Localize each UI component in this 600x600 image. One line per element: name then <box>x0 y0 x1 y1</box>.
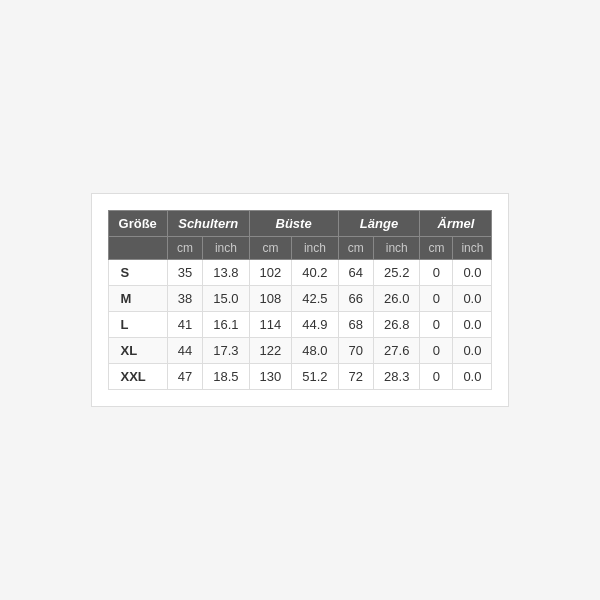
header-row-group: Größe Schultern Büste Länge Ärmel <box>108 211 492 237</box>
size-chart-table: Größe Schultern Büste Länge Ärmel cm inc… <box>108 210 493 390</box>
data-cell: 0.0 <box>453 312 492 338</box>
header-armel-inch: inch <box>453 237 492 260</box>
header-buste-cm: cm <box>249 237 292 260</box>
table-row: XL4417.312248.07027.600.0 <box>108 338 492 364</box>
header-grosse: Größe <box>108 211 167 237</box>
header-grosse-sub <box>108 237 167 260</box>
data-cell: 108 <box>249 286 292 312</box>
data-cell: 0 <box>420 286 453 312</box>
data-cell: 35 <box>167 260 202 286</box>
table-row: L4116.111444.96826.800.0 <box>108 312 492 338</box>
header-lange-inch: inch <box>374 237 420 260</box>
data-cell: 0.0 <box>453 338 492 364</box>
size-table-body: S3513.810240.26425.200.0M3815.010842.566… <box>108 260 492 390</box>
size-cell: XXL <box>108 364 167 390</box>
data-cell: 72 <box>338 364 373 390</box>
header-schultern: Schultern <box>167 211 249 237</box>
data-cell: 27.6 <box>374 338 420 364</box>
data-cell: 0 <box>420 260 453 286</box>
data-cell: 42.5 <box>292 286 338 312</box>
size-chart-container: Größe Schultern Büste Länge Ärmel cm inc… <box>91 193 510 407</box>
data-cell: 47 <box>167 364 202 390</box>
data-cell: 44 <box>167 338 202 364</box>
data-cell: 18.5 <box>203 364 249 390</box>
data-cell: 26.8 <box>374 312 420 338</box>
header-lange: Länge <box>338 211 420 237</box>
data-cell: 41 <box>167 312 202 338</box>
size-cell: L <box>108 312 167 338</box>
data-cell: 40.2 <box>292 260 338 286</box>
header-buste-inch: inch <box>292 237 338 260</box>
header-schultern-inch: inch <box>203 237 249 260</box>
header-armel: Ärmel <box>420 211 492 237</box>
header-buste: Büste <box>249 211 338 237</box>
size-cell: XL <box>108 338 167 364</box>
data-cell: 26.0 <box>374 286 420 312</box>
data-cell: 28.3 <box>374 364 420 390</box>
data-cell: 48.0 <box>292 338 338 364</box>
data-cell: 13.8 <box>203 260 249 286</box>
data-cell: 0 <box>420 338 453 364</box>
data-cell: 66 <box>338 286 373 312</box>
data-cell: 17.3 <box>203 338 249 364</box>
data-cell: 122 <box>249 338 292 364</box>
data-cell: 114 <box>249 312 292 338</box>
data-cell: 44.9 <box>292 312 338 338</box>
table-row: M3815.010842.56626.000.0 <box>108 286 492 312</box>
data-cell: 25.2 <box>374 260 420 286</box>
header-schultern-cm: cm <box>167 237 202 260</box>
data-cell: 0 <box>420 364 453 390</box>
data-cell: 0.0 <box>453 364 492 390</box>
table-row: XXL4718.513051.27228.300.0 <box>108 364 492 390</box>
header-lange-cm: cm <box>338 237 373 260</box>
table-row: S3513.810240.26425.200.0 <box>108 260 492 286</box>
data-cell: 0.0 <box>453 260 492 286</box>
data-cell: 0.0 <box>453 286 492 312</box>
data-cell: 130 <box>249 364 292 390</box>
size-cell: S <box>108 260 167 286</box>
data-cell: 16.1 <box>203 312 249 338</box>
data-cell: 68 <box>338 312 373 338</box>
data-cell: 70 <box>338 338 373 364</box>
data-cell: 51.2 <box>292 364 338 390</box>
data-cell: 38 <box>167 286 202 312</box>
data-cell: 64 <box>338 260 373 286</box>
data-cell: 102 <box>249 260 292 286</box>
header-armel-cm: cm <box>420 237 453 260</box>
data-cell: 15.0 <box>203 286 249 312</box>
size-cell: M <box>108 286 167 312</box>
header-row-sub: cm inch cm inch cm inch cm inch <box>108 237 492 260</box>
data-cell: 0 <box>420 312 453 338</box>
